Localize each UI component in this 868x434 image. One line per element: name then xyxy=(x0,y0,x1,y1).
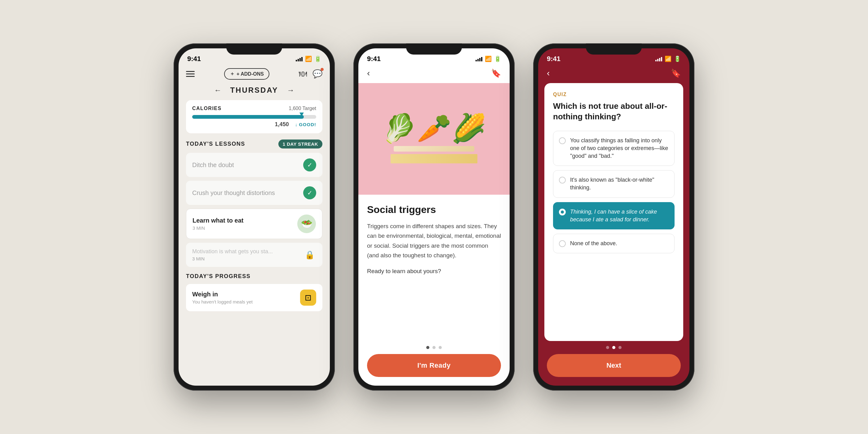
good-arrow: ↓ xyxy=(295,122,298,127)
back-arrow-3[interactable]: ‹ xyxy=(547,68,550,78)
status-icons-2: 📶 🔋 xyxy=(475,56,501,62)
option-text-2: It's also known as "black-or-white" thin… xyxy=(570,176,669,192)
lesson-4-info: Motivation is what gets you sta... 3 MIN xyxy=(192,248,273,261)
progress-title: TODAY'S PROGRESS xyxy=(186,273,250,280)
phones-container: 9:41 📶 🔋 xyxy=(174,43,694,391)
notch-2 xyxy=(406,43,462,55)
dot-1 xyxy=(426,346,429,349)
phone3-dot-indicators xyxy=(538,341,689,354)
next-button[interactable]: Next xyxy=(547,354,681,377)
vegetables-emoji: 🥬🥕🌽 xyxy=(382,114,486,142)
wifi-icon-3: 📶 xyxy=(664,56,672,62)
bookmark-icon-2[interactable]: 🔖 xyxy=(491,68,501,78)
chat-badge xyxy=(320,68,323,71)
im-ready-button[interactable]: I'm Ready xyxy=(367,354,501,377)
notch-3 xyxy=(586,43,642,55)
quiz-option-4[interactable]: None of the above. xyxy=(553,234,675,253)
status-time-3: 9:41 xyxy=(547,55,560,63)
article-body: Triggers come in different shapes and si… xyxy=(367,221,501,260)
lesson-3-title: Learn what to eat xyxy=(192,217,243,224)
add-ons-label: + ADD-ONS xyxy=(237,71,264,77)
lesson-item-4: Motivation is what gets you sta... 3 MIN… xyxy=(186,243,322,267)
battery-icon-3: 🔋 xyxy=(674,56,681,62)
phone3-dot-1 xyxy=(606,346,609,349)
calories-target: 1,600 Target xyxy=(289,106,316,111)
book-pages xyxy=(394,146,474,152)
phone-2-screen: 9:41 📶 🔋 ‹ 🔖 xyxy=(359,49,509,385)
status-time-2: 9:41 xyxy=(367,55,381,63)
phone2-header: ‹ 🔖 xyxy=(359,65,509,83)
wifi-icon-2: 📶 xyxy=(485,56,492,62)
dot-indicators-2 xyxy=(359,341,509,354)
check-icon-1: ✓ xyxy=(303,158,316,172)
signal-bar-4 xyxy=(301,57,303,61)
quiz-option-1[interactable]: You classify things as falling into only… xyxy=(553,131,675,166)
calories-value-row: 1,450 ↓ GOOD! xyxy=(192,121,316,128)
phone-3: 9:41 📶 🔋 ‹ 🔖 QUIZ xyxy=(533,43,694,391)
weigh-in-info: Weigh in You haven't logged meals yet xyxy=(192,291,253,304)
calories-bar-container xyxy=(192,115,316,119)
calories-header: CALORIES 1,600 Target xyxy=(192,106,316,111)
phone3-dot-2 xyxy=(612,346,615,349)
weigh-in-subtitle: You haven't logged meals yet xyxy=(192,299,253,304)
quiz-option-3[interactable]: Thinking, I can have a slice of cake bec… xyxy=(553,202,675,229)
battery-icon-1: 🔋 xyxy=(314,56,321,62)
streak-badge: 1 DAY STREAK xyxy=(278,140,322,149)
calories-status: ↓ GOOD! xyxy=(295,122,316,127)
option-text-3: Thinking, I can have a slice of cake bec… xyxy=(570,208,669,223)
progress-section: TODAY'S PROGRESS Weigh in You haven't lo… xyxy=(186,273,322,311)
nav-icon-chat[interactable]: 💬 xyxy=(312,69,322,79)
lesson-item-3[interactable]: Learn what to eat 3 MIN 🥗 xyxy=(186,209,322,239)
signal-bar-2 xyxy=(298,59,299,61)
back-arrow-2[interactable]: ‹ xyxy=(367,68,370,78)
check-icon-2: ✓ xyxy=(303,186,316,199)
notch-1 xyxy=(226,43,282,55)
nav-icons: 🍽 💬 xyxy=(299,69,322,79)
lesson-3-thumb: 🥗 xyxy=(297,215,316,233)
add-ons-button[interactable]: ＋ + ADD-ONS xyxy=(224,68,269,80)
wifi-icon-1: 📶 xyxy=(305,56,312,62)
lessons-header: TODAY'S LESSONS 1 DAY STREAK xyxy=(186,140,322,149)
phone2-content: Social triggers Triggers come in differe… xyxy=(359,195,509,341)
hamburger-icon[interactable] xyxy=(186,71,195,77)
hero-image: 🥬🥕🌽 xyxy=(359,83,509,195)
article-question: Ready to learn about yours? xyxy=(367,266,501,276)
lessons-title: TODAY'S LESSONS xyxy=(186,141,245,147)
battery-icon-2: 🔋 xyxy=(494,56,501,62)
lock-icon: 🔒 xyxy=(303,248,316,261)
lesson-3-info: Learn what to eat 3 MIN xyxy=(192,217,243,230)
lesson-2-title: Crush your thought distortions xyxy=(192,189,275,196)
lesson-4-title: Motivation is what gets you sta... xyxy=(192,248,273,255)
weigh-in-icon: ⊡ xyxy=(300,289,316,306)
calories-label: CALORIES xyxy=(192,106,222,111)
phone3-header: ‹ 🔖 xyxy=(538,65,689,83)
weigh-in-title: Weigh in xyxy=(192,291,253,298)
quiz-label: QUIZ xyxy=(553,92,675,97)
top-nav: ＋ + ADD-ONS 🍽 💬 xyxy=(186,65,322,84)
radio-1 xyxy=(559,137,566,144)
lesson-item-2[interactable]: Crush your thought distortions ✓ xyxy=(186,181,322,205)
radio-2 xyxy=(559,177,566,184)
bookmark-icon-3[interactable]: 🔖 xyxy=(671,68,681,78)
signal-bars-3 xyxy=(655,56,662,61)
signal-bars-2 xyxy=(475,56,483,61)
lesson-4-duration: 3 MIN xyxy=(192,256,273,261)
dot-2 xyxy=(432,346,436,349)
status-time-1: 9:41 xyxy=(187,55,201,63)
phone3-dot-3 xyxy=(618,346,622,349)
calories-bar-fill xyxy=(192,115,304,119)
weigh-in-card[interactable]: Weigh in You haven't logged meals yet ⊡ xyxy=(186,284,322,311)
calories-value: 1,450 xyxy=(275,121,289,128)
dot-3 xyxy=(439,346,442,349)
nav-icon-fork[interactable]: 🍽 xyxy=(299,69,307,79)
quiz-question: Which is not true about all-or-nothing t… xyxy=(553,101,675,122)
lesson-item-1[interactable]: Ditch the doubt ✓ xyxy=(186,153,322,177)
phone-2: 9:41 📶 🔋 ‹ 🔖 xyxy=(353,43,515,391)
quiz-option-2[interactable]: It's also known as "black-or-white" thin… xyxy=(553,170,675,197)
phone1-content: ＋ + ADD-ONS 🍽 💬 ← THURSDAY → xyxy=(179,65,330,385)
next-day-arrow[interactable]: → xyxy=(287,86,294,95)
day-nav: ← THURSDAY → xyxy=(186,84,322,100)
progress-header: TODAY'S PROGRESS xyxy=(186,273,322,280)
signal-bars-1 xyxy=(296,56,303,61)
prev-day-arrow[interactable]: ← xyxy=(214,86,221,95)
